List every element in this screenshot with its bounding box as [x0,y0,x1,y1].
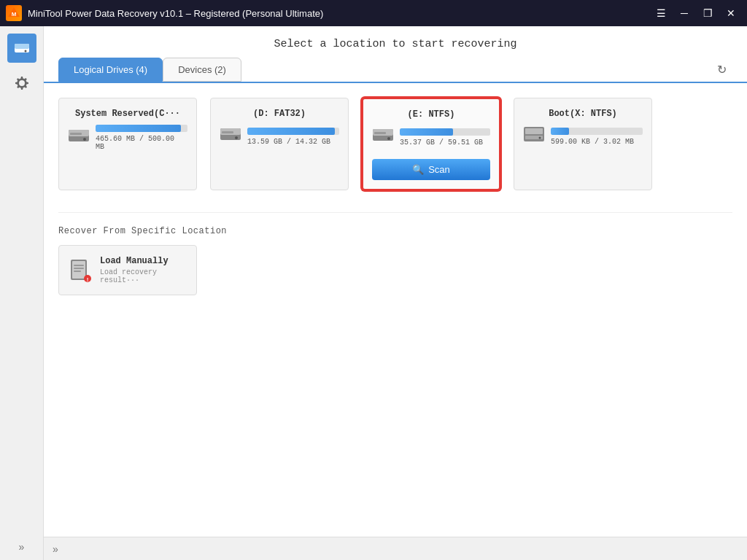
sidebar-item-recover[interactable] [7,34,36,63]
load-file-icon: ! [69,266,91,286]
progress-fill-3 [551,128,569,135]
titlebar: M MiniTool Power Data Recovery v10.1 – R… [0,0,747,26]
titlebar-left: M MiniTool Power Data Recovery v10.1 – R… [6,5,323,21]
svg-rect-12 [222,131,233,133]
drive-title-boot-ntfs: Boot(X: NTFS) [523,109,643,119]
tab-logical-drives[interactable]: Logical Drives (4) [58,58,163,82]
close-button[interactable]: ✕ [721,5,741,21]
scan-button[interactable]: 🔍 Scan [372,159,490,180]
svg-rect-23 [74,265,84,266]
drive-title-d-fat32: (D: FAT32) [220,109,339,119]
content-area: Select a location to start recovering Lo… [44,26,747,560]
bottom-bar: » [44,537,747,560]
drive-icon-row-1: 13.59 GB / 14.32 GB [220,125,339,148]
svg-rect-8 [70,133,82,135]
load-manually-card[interactable]: ! Load Manually Load recovery result··· [58,245,197,295]
drive-card-system-reserved[interactable]: System Reserved(C··· [58,98,197,190]
load-card-subtitle: Load recovery result··· [100,268,186,284]
progress-bg-2 [400,128,490,136]
menu-button[interactable]: ☰ [651,5,671,21]
drive-title-e-ntfs: (E: NTFS) [372,109,490,120]
hdd-icon-0 [68,126,90,149]
sidebar-bottom: » [19,541,25,553]
drive-title-system-reserved: System Reserved(C··· [68,109,187,119]
drive-size-0: 465.60 MB / 500.00 MB [96,135,187,151]
drives-row: System Reserved(C··· [58,98,732,190]
hdd-icon-2 [372,125,394,149]
sidebar-expand-arrow[interactable]: » [19,541,25,553]
drive-info-0: 465.60 MB / 500.00 MB [96,125,187,151]
drive-info-3: 599.00 KB / 3.02 MB [551,128,643,146]
svg-text:M: M [12,11,17,18]
progress-bg-0 [96,125,187,132]
drive-size-3: 599.00 KB / 3.02 MB [551,138,643,146]
svg-rect-3 [15,44,29,49]
app-title: MiniTool Power Data Recovery v10.1 – Reg… [28,8,323,19]
drive-size-2: 35.37 GB / 59.51 GB [400,139,490,147]
svg-point-4 [24,50,26,52]
svg-rect-16 [374,132,386,134]
hdd-icon-1 [220,125,241,148]
recover-section-title: Recover From Specific Location [58,226,732,236]
drive-icon-row-0: 465.60 MB / 500.00 MB [68,125,187,151]
svg-rect-22 [72,261,85,279]
drive-card-boot-ntfs[interactable]: Boot(X: NTFS) [514,98,652,190]
minimize-button[interactable]: ─ [674,5,694,21]
load-card-text: Load Manually Load recovery result··· [100,256,186,284]
app-body: » Select a location to start recovering … [0,26,747,560]
drive-size-1: 13.59 GB / 14.32 GB [247,138,339,146]
scan-label: Scan [428,164,450,175]
svg-rect-18 [525,128,543,134]
progress-fill-2 [400,128,453,136]
refresh-button[interactable]: ↻ [711,60,732,80]
main-area: System Reserved(C··· [44,82,747,537]
svg-rect-24 [74,268,84,269]
restore-button[interactable]: ❒ [697,5,718,21]
drive-card-d-fat32[interactable]: (D: FAT32) [210,98,349,190]
svg-point-7 [83,138,86,141]
drive-icon-row-3: 599.00 KB / 3.02 MB [523,125,643,148]
titlebar-controls: ☰ ─ ❒ ✕ [651,5,741,21]
sidebar-item-settings[interactable] [7,69,36,98]
page-header: Select a location to start recovering [44,26,747,58]
progress-bg-1 [247,128,339,135]
svg-point-11 [235,136,238,139]
page-subtitle: Select a location to start recovering [274,38,516,50]
scan-icon: 🔍 [412,164,424,175]
tab-devices[interactable]: Devices (2) [163,58,241,82]
svg-point-15 [387,137,390,140]
recover-section: Recover From Specific Location ! [58,212,732,295]
drive-info-2: 35.37 GB / 59.51 GB [400,128,490,147]
progress-fill-0 [96,125,181,132]
drive-icon-row-2: 35.37 GB / 59.51 GB [372,125,490,149]
progress-fill-1 [247,128,335,135]
svg-point-20 [539,137,541,139]
svg-text:!: ! [87,276,89,282]
app-icon: M [6,5,22,21]
expand-arrow[interactable]: » [53,543,58,555]
svg-rect-25 [74,271,81,272]
load-icon-container: ! [69,259,93,282]
hdd-icon-3 [523,125,545,148]
tabs-row: Logical Drives (4) Devices (2) ↻ [44,58,747,82]
progress-bg-3 [551,128,643,135]
drive-card-e-ntfs[interactable]: (E: NTFS) [362,98,500,190]
load-card-title: Load Manually [100,256,186,266]
drive-info-1: 13.59 GB / 14.32 GB [247,128,339,146]
sidebar: » [0,26,44,560]
